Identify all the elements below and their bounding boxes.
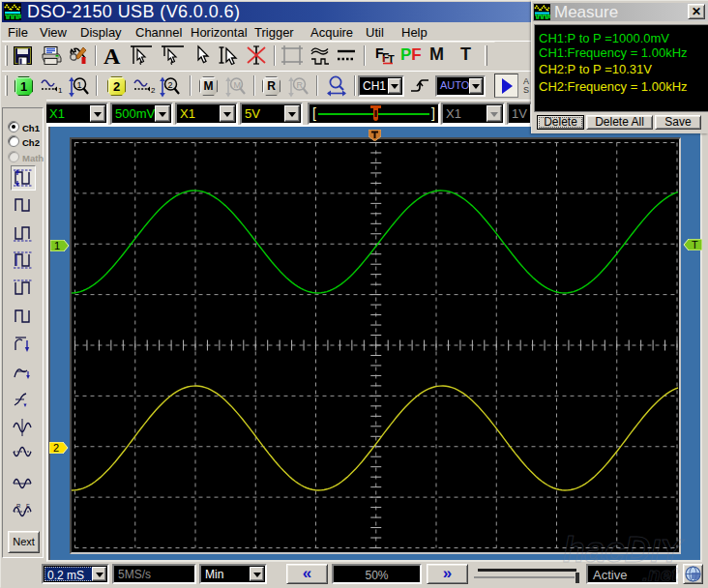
svg-text:1: 1 — [54, 240, 60, 251]
svg-text:R: R — [16, 503, 21, 509]
svg-text:F: F — [26, 503, 30, 509]
svg-text:2: 2 — [168, 80, 173, 90]
svg-text:2: 2 — [53, 442, 59, 454]
svg-text:1: 1 — [58, 86, 63, 95]
svg-text:1: 1 — [77, 80, 82, 90]
svg-text:R: R — [297, 80, 304, 90]
svg-text:T: T — [692, 239, 698, 250]
svg-text:M: M — [234, 80, 242, 90]
svg-text:2: 2 — [151, 86, 156, 95]
